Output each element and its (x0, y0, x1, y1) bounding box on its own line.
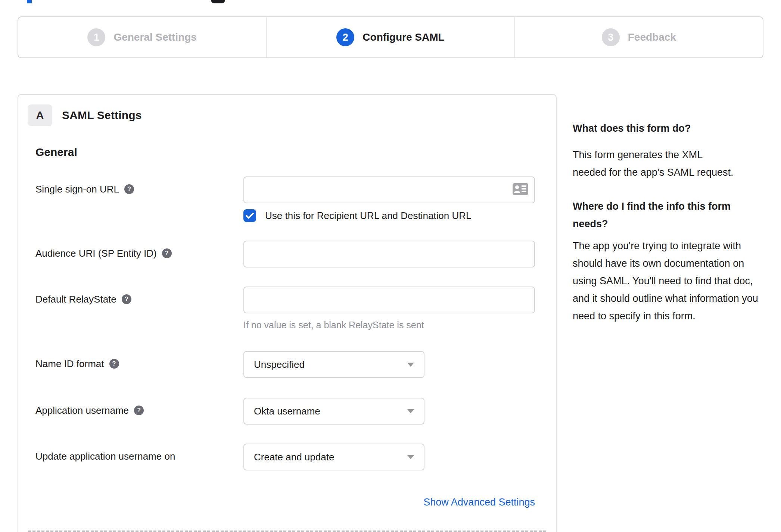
help-icon[interactable]: ? (162, 248, 172, 258)
relay-state-label: Default RelayState (35, 293, 116, 305)
help-answer-2: The app you're trying to integrate with … (573, 237, 761, 325)
name-id-format-label-wrap: Name ID format ? (35, 351, 243, 370)
help-answer-1: This form generates the XML needed for t… (573, 146, 737, 181)
step-number-badge: 3 (602, 28, 620, 46)
sso-url-label-wrap: Single sign-on URL ? (35, 176, 243, 195)
update-username-label-wrap: Update application username on (35, 444, 243, 462)
name-id-format-select[interactable]: Unspecified (243, 351, 424, 378)
step-general-settings[interactable]: 1 General Settings (18, 17, 266, 57)
contact-card-icon[interactable] (513, 183, 528, 197)
audience-uri-input[interactable] (243, 241, 535, 267)
step-number-badge: 1 (87, 28, 105, 46)
help-icon[interactable]: ? (134, 406, 144, 415)
field-row-application-username: Application username ? Okta username (35, 398, 539, 425)
application-username-select[interactable]: Okta username (243, 398, 424, 425)
application-username-value: Okta username (254, 406, 320, 417)
dropdown-caret-icon (407, 409, 414, 413)
field-row-update-username: Update application username on Create an… (35, 444, 539, 470)
audience-uri-label: Audience URI (SP Entity ID) (35, 247, 157, 259)
update-username-select[interactable]: Create and update (243, 444, 424, 470)
saml-settings-panel: A SAML Settings General Single sign-on U… (18, 94, 557, 532)
section-a-badge: A (28, 104, 52, 126)
step-label: Configure SAML (363, 31, 444, 43)
help-icon[interactable]: ? (109, 359, 119, 369)
field-row-audience-uri: Audience URI (SP Entity ID) ? (35, 241, 539, 267)
audience-uri-label-wrap: Audience URI (SP Entity ID) ? (35, 241, 243, 259)
wizard-stepper: 1 General Settings 2 Configure SAML 3 Fe… (18, 16, 763, 58)
help-question-1: What does this form do? (573, 122, 761, 135)
name-id-format-value: Unspecified (254, 359, 305, 370)
sso-url-label: Single sign-on URL (35, 183, 119, 195)
field-row-sso-url: Single sign-on URL ? (35, 176, 539, 222)
step-label: Feedback (628, 31, 676, 43)
help-icon[interactable]: ? (124, 184, 134, 194)
dropdown-caret-icon (407, 455, 414, 459)
panel-title: SAML Settings (62, 109, 142, 122)
help-sidebar: What does this form do? This form genera… (573, 122, 761, 325)
step-number-badge: 2 (336, 28, 354, 46)
cropped-dark-icon (211, 0, 225, 3)
advanced-settings-row: Show Advanced Settings (35, 497, 535, 508)
step-feedback[interactable]: 3 Feedback (514, 17, 763, 57)
relay-state-label-wrap: Default RelayState ? (35, 287, 243, 305)
recipient-url-checkbox-row: Use this for Recipient URL and Destinati… (243, 209, 535, 222)
help-icon[interactable]: ? (122, 294, 131, 304)
section-dashed-divider (28, 531, 546, 532)
relay-state-input[interactable] (243, 287, 535, 313)
saml-setup-wizard-screen: 1 General Settings 2 Configure SAML 3 Fe… (0, 0, 781, 532)
show-advanced-settings-link[interactable]: Show Advanced Settings (423, 497, 535, 508)
field-row-name-id-format: Name ID format ? Unspecified (35, 351, 539, 378)
update-username-label: Update application username on (35, 450, 175, 462)
sso-url-input[interactable] (243, 176, 535, 203)
recipient-url-checkbox[interactable] (243, 209, 256, 222)
update-username-value: Create and update (254, 451, 334, 463)
application-username-label-wrap: Application username ? (35, 398, 243, 416)
step-label: General Settings (113, 31, 197, 43)
help-question-2: Where do I find the info this form needs… (573, 198, 752, 233)
recipient-url-checkbox-label[interactable]: Use this for Recipient URL and Destinati… (265, 210, 472, 222)
step-configure-saml[interactable]: 2 Configure SAML (266, 17, 514, 57)
relay-state-hint: If no value is set, a blank RelayState i… (243, 319, 535, 331)
field-row-relay-state: Default RelayState ? If no value is set,… (35, 287, 539, 331)
cropped-blue-tab-indicator (27, 0, 32, 3)
panel-header: A SAML Settings (28, 104, 539, 126)
name-id-format-label: Name ID format (35, 358, 104, 370)
dropdown-caret-icon (407, 363, 414, 367)
general-section-heading: General (35, 145, 539, 159)
application-username-label: Application username (35, 404, 129, 416)
